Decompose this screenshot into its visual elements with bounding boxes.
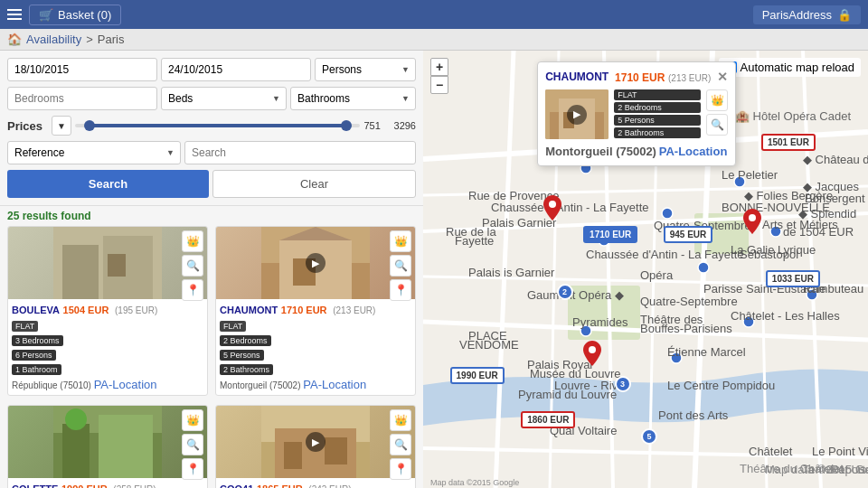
zoom-out-button[interactable]: − <box>430 76 448 94</box>
checkin-input[interactable] <box>7 58 157 81</box>
popup-search-btn[interactable]: 🔍 <box>706 114 728 136</box>
price-marker-945[interactable]: 945 EUR <box>664 226 713 243</box>
bedrooms-input[interactable] <box>7 87 157 110</box>
price-marker-1501[interactable]: 1501 EUR <box>761 134 816 151</box>
menu-button[interactable] <box>7 9 22 20</box>
lock-icon: 🔒 <box>837 8 852 22</box>
listing-info-colette: COLETTE 1990 EUR (258 EUR) FLAT 2 Bedroo… <box>8 478 207 488</box>
tag-bathrooms: 2 Bathrooms <box>220 364 273 375</box>
map-pin-2[interactable] <box>583 341 601 369</box>
favorite-btn-colette[interactable]: 👑 <box>182 409 203 431</box>
listing-actions-colette: 👑 🔍 📍 <box>182 409 203 480</box>
checkout-input[interactable] <box>161 58 311 81</box>
svg-text:Le Centre Pompidou: Le Centre Pompidou <box>667 379 775 392</box>
svg-text:◆ Splendid: ◆ Splendid <box>798 207 856 221</box>
price-max-value: 3296 <box>394 120 416 131</box>
cluster-dot-3[interactable]: 3 <box>615 376 631 392</box>
popup-close-button[interactable]: ✕ <box>717 70 728 84</box>
cluster-dot-5[interactable]: 5 <box>641 428 657 445</box>
popup-actions: 👑 🔍 <box>706 89 728 140</box>
price-marker-1710[interactable]: 1710 EUR <box>583 226 637 243</box>
beds-filter-row: Beds Bathrooms <box>7 87 416 110</box>
svg-text:◆ Château d'Eau: ◆ Château d'Eau <box>803 153 868 166</box>
map-pin-4[interactable] <box>743 209 761 237</box>
price-marker-1033[interactable]: 1033 EUR <box>766 270 820 287</box>
map-popup-chaumont: CHAUMONT 1710 EUR (213 EUR) ✕ <box>537 61 736 166</box>
listing-tags-chaumont: FLAT 2 Bedrooms 5 Persons 2 Bathrooms <box>220 318 411 376</box>
price-min-value: 751 <box>363 120 380 131</box>
play-button-coq41[interactable]: ▶ <box>306 432 326 452</box>
map-panel: Notre-Dame-de-Lorette Cadet Haussmann-Sa… <box>423 51 868 488</box>
tag-persons: 5 Persons <box>220 350 264 361</box>
listing-price-colette: 1990 EUR <box>61 483 108 488</box>
popup-play-button[interactable]: ▶ <box>567 105 587 125</box>
map-zoom-controls: + − <box>430 58 448 94</box>
breadcrumb-availability[interactable]: Availability <box>26 33 81 46</box>
svg-text:Gaumont Opéra ◆: Gaumont Opéra ◆ <box>527 288 624 302</box>
favorite-btn-bouleva[interactable]: 👑 <box>182 230 203 252</box>
zoom-in-button[interactable]: + <box>430 58 448 76</box>
price-marker-1860[interactable]: 1860 EUR <box>521 411 575 428</box>
popup-tag-flat: FLAT <box>614 89 701 100</box>
search-button[interactable]: Search <box>7 170 209 198</box>
map-pin-1[interactable] <box>543 195 561 223</box>
svg-rect-17 <box>284 442 302 469</box>
favorite-btn-coq41[interactable]: 👑 <box>390 409 411 431</box>
listing-image-coq41: ▶ <box>216 406 415 478</box>
reference-select[interactable]: Reference <box>7 141 181 164</box>
map-container[interactable]: Notre-Dame-de-Lorette Cadet Haussmann-Sa… <box>423 51 868 488</box>
svg-text:🏨 Hôtel Opéra Cadet: 🏨 Hôtel Opéra Cadet <box>735 108 851 124</box>
tag-bedrooms: 3 Bedrooms <box>12 335 63 346</box>
price-min-handle[interactable] <box>84 120 95 131</box>
price-max-handle[interactable] <box>341 120 352 131</box>
svg-text:Chaussée d'Antin - La Fayette: Chaussée d'Antin - La Fayette <box>586 248 743 261</box>
reference-search-row: Reference <box>7 141 416 164</box>
svg-text:Châtelet - Les Halles: Châtelet - Les Halles <box>731 309 840 323</box>
listing-name-colette: COLETTE <box>12 483 58 488</box>
user-account-button[interactable]: ParisAddress 🔒 <box>753 5 861 24</box>
popup-price-container: 1710 EUR (213 EUR) <box>615 70 711 84</box>
popup-name: CHAUMONT <box>545 70 609 83</box>
search-btn-chaumont[interactable]: 🔍 <box>390 255 411 277</box>
location-btn-bouleva[interactable]: 📍 <box>182 279 203 301</box>
price-slider[interactable] <box>75 124 360 127</box>
date-filter-row: Persons <box>7 58 416 81</box>
clear-button[interactable]: Clear <box>212 170 416 198</box>
location-btn-coq41[interactable]: 📍 <box>390 458 411 480</box>
svg-text:Report a map error: Report a map error <box>830 463 868 476</box>
svg-text:Bouffes-Parisiens: Bouffes-Parisiens <box>640 322 732 335</box>
listing-name-chaumont: CHAUMONT <box>220 305 278 315</box>
svg-rect-12 <box>99 415 153 478</box>
listing-name-bouleva: BOULEVA <box>12 305 60 315</box>
basket-label: Basket (0) <box>58 8 111 22</box>
tag-persons: 6 Persons <box>12 350 56 361</box>
price-toggle-btn[interactable]: ▼ <box>52 116 71 136</box>
location-btn-colette[interactable]: 📍 <box>182 458 203 480</box>
listing-image-colette <box>8 406 207 478</box>
basket-button[interactable]: 🛒 Basket (0) <box>29 5 121 25</box>
listing-card-colette: COLETTE 1990 EUR (258 EUR) FLAT 2 Bedroo… <box>7 405 208 488</box>
beds-select[interactable]: Beds <box>161 87 287 110</box>
persons-select[interactable]: Persons <box>315 58 416 81</box>
listing-image-bouleva <box>8 227 207 299</box>
play-button-chaumont[interactable]: ▶ <box>306 253 326 273</box>
svg-point-107 <box>749 214 756 221</box>
search-btn-bouleva[interactable]: 🔍 <box>182 255 203 277</box>
listing-price-orig-coq41: (242 EUR) <box>308 484 351 488</box>
cluster-dot-2[interactable]: 2 <box>557 284 573 300</box>
popup-price: 1710 EUR <box>615 71 665 84</box>
search-btn-colette[interactable]: 🔍 <box>182 434 203 455</box>
bathrooms-select[interactable]: Bathrooms <box>290 87 416 110</box>
price-marker-1990[interactable]: 1990 EUR <box>450 367 505 384</box>
location-btn-chaumont[interactable]: 📍 <box>390 279 411 301</box>
search-text-input[interactable] <box>184 141 416 164</box>
search-btn-coq41[interactable]: 🔍 <box>390 434 411 455</box>
favorite-btn-chaumont[interactable]: 👑 <box>390 230 411 252</box>
svg-text:Palais is Garnier: Palais is Garnier <box>468 266 555 279</box>
popup-favorite-btn[interactable]: 👑 <box>706 89 728 111</box>
app-header: 🛒 Basket (0) ParisAddress 🔒 <box>0 0 868 29</box>
popup-tag-bedrooms: 2 Bedrooms <box>614 102 701 113</box>
user-label: ParisAddress <box>762 8 832 22</box>
listing-price-orig-colette: (258 EUR) <box>113 484 156 488</box>
svg-text:Le Point Vir...: Le Point Vir... <box>812 445 868 458</box>
